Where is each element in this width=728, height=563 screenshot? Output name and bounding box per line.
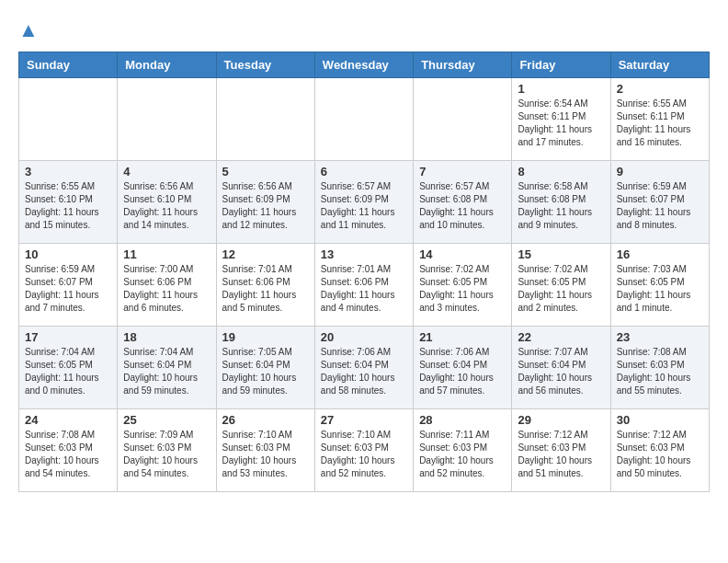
day-info: Sunrise: 6:59 AM Sunset: 6:07 PM Dayligh… (617, 180, 703, 232)
calendar-cell: 12Sunrise: 7:01 AM Sunset: 6:06 PM Dayli… (216, 244, 314, 327)
day-info: Sunrise: 6:58 AM Sunset: 6:08 PM Dayligh… (518, 180, 604, 232)
day-info: Sunrise: 6:55 AM Sunset: 6:10 PM Dayligh… (25, 180, 111, 232)
day-info: Sunrise: 7:01 AM Sunset: 6:06 PM Dayligh… (222, 263, 309, 315)
calendar-week-row: 10Sunrise: 6:59 AM Sunset: 6:07 PM Dayli… (19, 244, 710, 327)
calendar-cell: 5Sunrise: 6:56 AM Sunset: 6:09 PM Daylig… (216, 161, 314, 244)
day-info: Sunrise: 6:56 AM Sunset: 6:10 PM Dayligh… (123, 180, 210, 232)
day-info: Sunrise: 7:04 AM Sunset: 6:05 PM Dayligh… (25, 346, 111, 397)
day-number: 13 (321, 247, 407, 261)
header: ▲ (18, 18, 710, 42)
logo: ▲ (18, 18, 39, 42)
calendar-cell (216, 78, 314, 161)
calendar-cell: 11Sunrise: 7:00 AM Sunset: 6:06 PM Dayli… (118, 244, 216, 327)
day-number: 14 (419, 247, 506, 261)
day-info: Sunrise: 6:55 AM Sunset: 6:11 PM Dayligh… (617, 98, 703, 149)
day-info: Sunrise: 6:59 AM Sunset: 6:07 PM Dayligh… (25, 263, 111, 315)
calendar-week-row: 17Sunrise: 7:04 AM Sunset: 6:05 PM Dayli… (19, 327, 710, 409)
calendar-cell: 9Sunrise: 6:59 AM Sunset: 6:07 PM Daylig… (610, 161, 709, 244)
calendar-table: SundayMondayTuesdayWednesdayThursdayFrid… (18, 52, 710, 492)
day-info: Sunrise: 7:08 AM Sunset: 6:03 PM Dayligh… (25, 429, 111, 480)
calendar-cell: 20Sunrise: 7:06 AM Sunset: 6:04 PM Dayli… (314, 327, 413, 409)
calendar-cell: 23Sunrise: 7:08 AM Sunset: 6:03 PM Dayli… (610, 327, 709, 409)
day-info: Sunrise: 7:09 AM Sunset: 6:03 PM Dayligh… (123, 429, 210, 480)
day-info: Sunrise: 7:12 AM Sunset: 6:03 PM Dayligh… (518, 429, 604, 480)
day-info: Sunrise: 7:00 AM Sunset: 6:06 PM Dayligh… (123, 263, 210, 315)
calendar-cell: 13Sunrise: 7:01 AM Sunset: 6:06 PM Dayli… (314, 244, 413, 327)
calendar-cell (414, 78, 512, 161)
day-number: 5 (222, 165, 309, 178)
day-number: 2 (617, 82, 703, 96)
day-info: Sunrise: 6:56 AM Sunset: 6:09 PM Dayligh… (222, 180, 309, 232)
day-number: 16 (617, 247, 703, 261)
calendar-cell: 10Sunrise: 6:59 AM Sunset: 6:07 PM Dayli… (19, 244, 118, 327)
calendar-cell: 17Sunrise: 7:04 AM Sunset: 6:05 PM Dayli… (19, 327, 118, 409)
weekday-header: Sunday (19, 52, 118, 78)
calendar-cell: 21Sunrise: 7:06 AM Sunset: 6:04 PM Dayli… (414, 327, 512, 409)
weekday-header: Saturday (610, 52, 709, 78)
calendar-week-row: 24Sunrise: 7:08 AM Sunset: 6:03 PM Dayli… (19, 409, 710, 492)
day-number: 24 (25, 413, 111, 427)
day-info: Sunrise: 7:11 AM Sunset: 6:03 PM Dayligh… (419, 429, 506, 480)
calendar-cell: 15Sunrise: 7:02 AM Sunset: 6:05 PM Dayli… (512, 244, 610, 327)
day-info: Sunrise: 7:10 AM Sunset: 6:03 PM Dayligh… (222, 429, 309, 480)
day-number: 11 (123, 247, 210, 261)
day-info: Sunrise: 7:05 AM Sunset: 6:04 PM Dayligh… (222, 346, 309, 397)
calendar-header-row: SundayMondayTuesdayWednesdayThursdayFrid… (19, 52, 710, 78)
day-info: Sunrise: 7:10 AM Sunset: 6:03 PM Dayligh… (321, 429, 407, 480)
day-number: 17 (25, 330, 111, 344)
calendar-cell: 29Sunrise: 7:12 AM Sunset: 6:03 PM Dayli… (512, 409, 610, 492)
calendar-cell (118, 78, 216, 161)
day-number: 22 (518, 330, 604, 344)
calendar-week-row: 1Sunrise: 6:54 AM Sunset: 6:11 PM Daylig… (19, 78, 710, 161)
calendar-cell: 8Sunrise: 6:58 AM Sunset: 6:08 PM Daylig… (512, 161, 610, 244)
day-number: 23 (617, 330, 703, 344)
calendar-cell: 7Sunrise: 6:57 AM Sunset: 6:08 PM Daylig… (414, 161, 512, 244)
day-info: Sunrise: 6:54 AM Sunset: 6:11 PM Dayligh… (518, 98, 604, 149)
calendar-cell: 3Sunrise: 6:55 AM Sunset: 6:10 PM Daylig… (19, 161, 118, 244)
day-number: 8 (518, 165, 604, 178)
day-info: Sunrise: 7:06 AM Sunset: 6:04 PM Dayligh… (321, 346, 407, 397)
calendar-cell (314, 78, 413, 161)
calendar-week-row: 3Sunrise: 6:55 AM Sunset: 6:10 PM Daylig… (19, 161, 710, 244)
day-number: 9 (617, 165, 703, 178)
calendar-cell: 27Sunrise: 7:10 AM Sunset: 6:03 PM Dayli… (314, 409, 413, 492)
day-number: 6 (321, 165, 407, 178)
calendar-cell (19, 78, 118, 161)
day-info: Sunrise: 7:12 AM Sunset: 6:03 PM Dayligh… (617, 429, 703, 480)
day-info: Sunrise: 7:02 AM Sunset: 6:05 PM Dayligh… (518, 263, 604, 315)
day-info: Sunrise: 7:01 AM Sunset: 6:06 PM Dayligh… (321, 263, 407, 315)
calendar-cell: 26Sunrise: 7:10 AM Sunset: 6:03 PM Dayli… (216, 409, 314, 492)
day-info: Sunrise: 7:06 AM Sunset: 6:04 PM Dayligh… (419, 346, 506, 397)
day-info: Sunrise: 7:03 AM Sunset: 6:05 PM Dayligh… (617, 263, 703, 315)
day-number: 19 (222, 330, 309, 344)
weekday-header: Tuesday (216, 52, 314, 78)
day-number: 15 (518, 247, 604, 261)
day-info: Sunrise: 7:07 AM Sunset: 6:04 PM Dayligh… (518, 346, 604, 397)
weekday-header: Friday (512, 52, 610, 78)
day-number: 27 (321, 413, 407, 427)
day-info: Sunrise: 6:57 AM Sunset: 6:08 PM Dayligh… (419, 180, 506, 232)
day-number: 4 (123, 165, 210, 178)
calendar-cell: 25Sunrise: 7:09 AM Sunset: 6:03 PM Dayli… (118, 409, 216, 492)
day-info: Sunrise: 7:08 AM Sunset: 6:03 PM Dayligh… (617, 346, 703, 397)
day-info: Sunrise: 7:02 AM Sunset: 6:05 PM Dayligh… (419, 263, 506, 315)
calendar-cell: 18Sunrise: 7:04 AM Sunset: 6:04 PM Dayli… (118, 327, 216, 409)
calendar-cell: 4Sunrise: 6:56 AM Sunset: 6:10 PM Daylig… (118, 161, 216, 244)
calendar-cell: 24Sunrise: 7:08 AM Sunset: 6:03 PM Dayli… (19, 409, 118, 492)
weekday-header: Monday (118, 52, 216, 78)
calendar-cell: 16Sunrise: 7:03 AM Sunset: 6:05 PM Dayli… (610, 244, 709, 327)
day-number: 28 (419, 413, 506, 427)
day-info: Sunrise: 7:04 AM Sunset: 6:04 PM Dayligh… (123, 346, 210, 397)
day-number: 25 (123, 413, 210, 427)
day-number: 26 (222, 413, 309, 427)
calendar-cell: 2Sunrise: 6:55 AM Sunset: 6:11 PM Daylig… (610, 78, 709, 161)
weekday-header: Wednesday (314, 52, 413, 78)
calendar-body: 1Sunrise: 6:54 AM Sunset: 6:11 PM Daylig… (19, 78, 710, 492)
logo-icon: ▲ (18, 18, 39, 42)
calendar-cell: 28Sunrise: 7:11 AM Sunset: 6:03 PM Dayli… (414, 409, 512, 492)
day-number: 10 (25, 247, 111, 261)
day-number: 29 (518, 413, 604, 427)
day-number: 1 (518, 82, 604, 96)
calendar-cell: 1Sunrise: 6:54 AM Sunset: 6:11 PM Daylig… (512, 78, 610, 161)
calendar-cell: 30Sunrise: 7:12 AM Sunset: 6:03 PM Dayli… (610, 409, 709, 492)
